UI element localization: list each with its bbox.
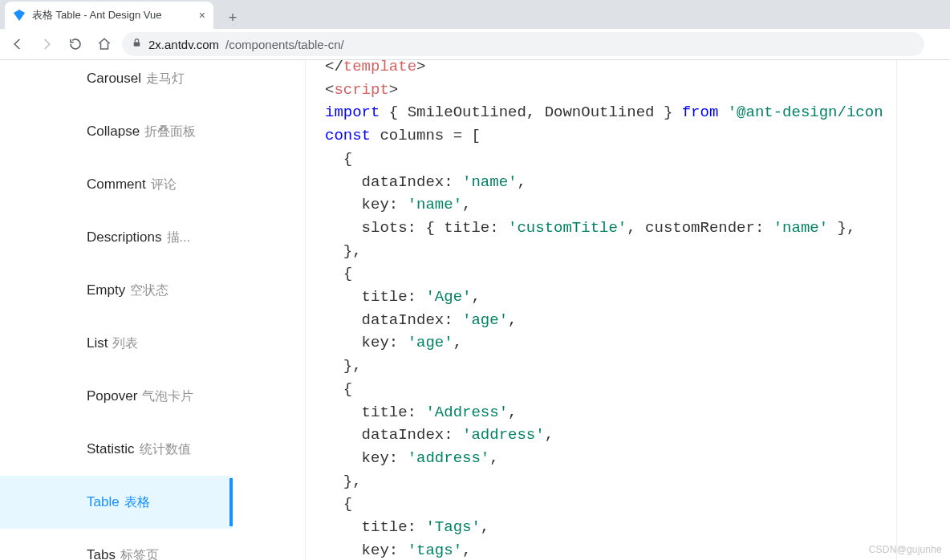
- sidebar-item-popover[interactable]: Popover气泡卡片: [0, 370, 233, 423]
- sidebar-item-tabs[interactable]: Tabs标签页: [0, 529, 233, 560]
- sidebar-item-descriptions[interactable]: Descriptions描...: [0, 211, 233, 264]
- sidebar-item-collapse[interactable]: Collapse折叠面板: [0, 105, 233, 158]
- favicon-icon: [13, 9, 26, 22]
- sidebar-item-statistic[interactable]: Statistic统计数值: [0, 423, 233, 476]
- tab-title: 表格 Table - Ant Design Vue: [32, 8, 193, 22]
- sidebar-item-carousel[interactable]: Carousel走马灯: [0, 60, 233, 105]
- sidebar-item-comment[interactable]: Comment评论: [0, 158, 233, 211]
- url-path: /components/table-cn/: [225, 38, 344, 51]
- browser-tab[interactable]: 表格 Table - Ant Design Vue ×: [5, 2, 213, 29]
- code-text: </template> <script> import { SmileOutli…: [325, 60, 877, 560]
- new-tab-button[interactable]: +: [221, 6, 244, 29]
- browser-toolbar: 2x.antdv.com/components/table-cn/: [0, 29, 950, 60]
- sidebar-item-list[interactable]: List列表: [0, 317, 233, 370]
- sidebar: Carousel走马灯 Collapse折叠面板 Comment评论 Descr…: [0, 60, 233, 560]
- svg-rect-0: [134, 42, 140, 46]
- browser-chrome: 表格 Table - Ant Design Vue × + 2x.antdv.c…: [0, 0, 950, 60]
- content-area: </template> <script> import { SmileOutli…: [233, 60, 950, 560]
- forward-button[interactable]: [35, 33, 58, 55]
- sidebar-item-table[interactable]: Table表格: [0, 476, 233, 529]
- reload-button[interactable]: [64, 33, 87, 55]
- page-body: Carousel走马灯 Collapse折叠面板 Comment评论 Descr…: [0, 60, 950, 560]
- sidebar-item-empty[interactable]: Empty空状态: [0, 264, 233, 317]
- url-host: 2x.antdv.com: [148, 38, 219, 51]
- lock-icon: [132, 38, 142, 51]
- address-bar[interactable]: 2x.antdv.com/components/table-cn/: [122, 32, 924, 56]
- tab-close-icon[interactable]: ×: [199, 9, 205, 22]
- tab-strip: 表格 Table - Ant Design Vue × +: [0, 0, 950, 29]
- home-button[interactable]: [93, 33, 116, 55]
- code-block[interactable]: </template> <script> import { SmileOutli…: [305, 60, 897, 560]
- watermark: CSDN@gujunhe: [869, 544, 942, 555]
- back-button[interactable]: [6, 33, 29, 55]
